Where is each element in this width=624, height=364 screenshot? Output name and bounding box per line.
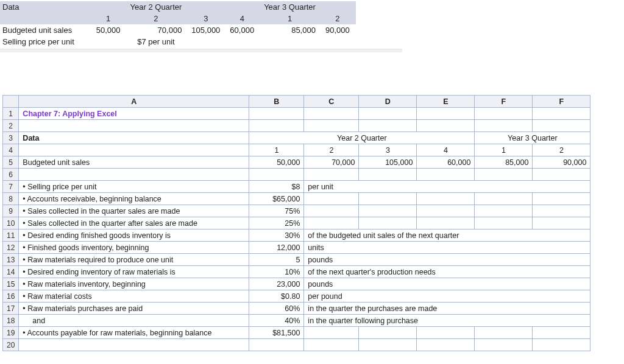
cell[interactable]: 5: [249, 254, 304, 266]
cell[interactable]: $65,000: [249, 193, 304, 205]
col-header[interactable]: F: [533, 96, 590, 108]
cell[interactable]: [304, 339, 359, 351]
cell[interactable]: • Desired ending inventory of raw materi…: [19, 266, 249, 278]
cell[interactable]: [19, 144, 249, 156]
cell[interactable]: [359, 169, 417, 181]
cell[interactable]: [359, 120, 417, 132]
cell[interactable]: [475, 205, 533, 217]
row-number[interactable]: 13: [3, 254, 19, 266]
cell[interactable]: [304, 169, 359, 181]
cell[interactable]: [417, 217, 475, 229]
cell[interactable]: 90,000: [533, 156, 590, 169]
cell[interactable]: 10%: [249, 266, 304, 278]
col-header[interactable]: A: [19, 96, 249, 108]
cell[interactable]: 23,000: [249, 278, 304, 290]
cell[interactable]: • Desired ending finished goods inventor…: [19, 229, 249, 242]
col-header[interactable]: B: [249, 96, 304, 108]
cell[interactable]: • Finished goods inventory, beginning: [19, 242, 249, 254]
cell[interactable]: [359, 205, 417, 217]
cell[interactable]: [533, 327, 590, 339]
cell[interactable]: Budgeted unit sales: [19, 156, 249, 169]
cell[interactable]: in the quarter the purchases are made: [304, 303, 590, 315]
cell[interactable]: $0.80: [249, 290, 304, 303]
cell[interactable]: 3: [359, 144, 417, 156]
cell[interactable]: [417, 120, 475, 132]
cell[interactable]: pounds: [304, 254, 590, 266]
cell[interactable]: Chapter 7: Applying Excel: [19, 108, 249, 120]
cell[interactable]: [533, 169, 590, 181]
row-number[interactable]: 12: [3, 242, 19, 254]
cell[interactable]: [475, 120, 533, 132]
cell[interactable]: 2: [533, 144, 590, 156]
cell[interactable]: [249, 169, 304, 181]
year3-quarter-header[interactable]: Year 3 Quarter: [475, 132, 590, 144]
col-header[interactable]: F: [475, 96, 533, 108]
row-number[interactable]: 10: [3, 217, 19, 229]
row-number[interactable]: 14: [3, 266, 19, 278]
cell[interactable]: 60%: [249, 303, 304, 315]
cell[interactable]: [475, 339, 533, 351]
cell[interactable]: 40%: [249, 315, 304, 327]
cell[interactable]: $8: [249, 181, 304, 193]
cell[interactable]: of the budgeted unit sales of the next q…: [304, 229, 590, 242]
cell[interactable]: • Raw material costs: [19, 290, 249, 303]
cell[interactable]: [304, 217, 359, 229]
row-number[interactable]: 16: [3, 290, 19, 303]
cell[interactable]: 25%: [249, 217, 304, 229]
cell[interactable]: [19, 120, 249, 132]
cell[interactable]: [19, 339, 249, 351]
col-header[interactable]: D: [359, 96, 417, 108]
cell[interactable]: [417, 108, 475, 120]
cell[interactable]: [533, 339, 590, 351]
row-number[interactable]: 2: [3, 120, 19, 132]
cell[interactable]: [19, 169, 249, 181]
cell[interactable]: [417, 169, 475, 181]
cell[interactable]: [417, 327, 475, 339]
cell[interactable]: 12,000: [249, 242, 304, 254]
cell[interactable]: [359, 108, 417, 120]
row-number[interactable]: 20: [3, 339, 19, 351]
cell[interactable]: per pound: [304, 290, 590, 303]
row-number[interactable]: 18: [3, 315, 19, 327]
col-header[interactable]: C: [304, 96, 359, 108]
cell[interactable]: [475, 169, 533, 181]
cell[interactable]: [475, 217, 533, 229]
cell[interactable]: [249, 120, 304, 132]
cell[interactable]: [533, 108, 590, 120]
cell[interactable]: 85,000: [475, 156, 533, 169]
row-number[interactable]: 8: [3, 193, 19, 205]
cell[interactable]: • Accounts receivable, beginning balance: [19, 193, 249, 205]
cell[interactable]: per unit: [304, 181, 590, 193]
row-number[interactable]: 15: [3, 278, 19, 290]
cell[interactable]: [304, 193, 359, 205]
cell[interactable]: $81,500: [249, 327, 304, 339]
cell[interactable]: 1: [475, 144, 533, 156]
row-number[interactable]: 17: [3, 303, 19, 315]
year2-quarter-header[interactable]: Year 2 Quarter: [249, 132, 475, 144]
cell[interactable]: [475, 193, 533, 205]
corner-cell[interactable]: [3, 96, 19, 108]
cell[interactable]: 2: [304, 144, 359, 156]
cell[interactable]: 4: [417, 144, 475, 156]
cell[interactable]: 1: [249, 144, 304, 156]
cell[interactable]: units: [304, 242, 590, 254]
cell[interactable]: [304, 108, 359, 120]
cell[interactable]: in the quarter following purchase: [304, 315, 590, 327]
cell[interactable]: [359, 217, 417, 229]
row-number[interactable]: 5: [3, 156, 19, 169]
cell[interactable]: [417, 205, 475, 217]
cell[interactable]: [417, 339, 475, 351]
cell[interactable]: [417, 193, 475, 205]
cell[interactable]: [359, 193, 417, 205]
cell[interactable]: • Raw materials inventory, beginning: [19, 278, 249, 290]
cell[interactable]: 60,000: [417, 156, 475, 169]
cell[interactable]: [249, 108, 304, 120]
cell[interactable]: • Accounts payable for raw materials, be…: [19, 327, 249, 339]
cell[interactable]: [475, 108, 533, 120]
cell[interactable]: [304, 205, 359, 217]
cell[interactable]: and: [19, 315, 249, 327]
cell[interactable]: [533, 120, 590, 132]
cell[interactable]: [304, 120, 359, 132]
cell[interactable]: [475, 327, 533, 339]
cell[interactable]: • Sales collected in the quarter after s…: [19, 217, 249, 229]
